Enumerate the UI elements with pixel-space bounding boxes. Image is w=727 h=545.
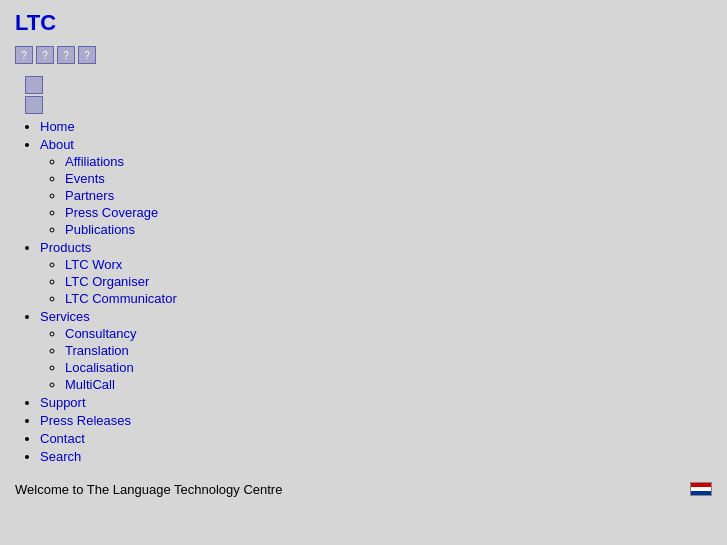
nav-subitem-events: Events (65, 171, 712, 186)
nav-item-contact: Contact (40, 431, 712, 446)
nav-link-search[interactable]: Search (40, 449, 81, 464)
nav-submenu-about: Affiliations Events Partners Press Cover… (40, 154, 712, 237)
nav-link-contact[interactable]: Contact (40, 431, 85, 446)
nav-item-home: Home (40, 119, 712, 134)
toolbar-icon-4[interactable]: ? (78, 46, 96, 64)
nav-link-multicall[interactable]: MultiCall (65, 377, 115, 392)
nav-item-press-releases: Press Releases (40, 413, 712, 428)
nav-subitem-press-coverage: Press Coverage (65, 205, 712, 220)
nav-icon-1[interactable] (25, 76, 43, 94)
toolbar-icon-2[interactable]: ? (36, 46, 54, 64)
nav-container: Home About Affiliations Events Partners … (0, 69, 727, 472)
nav-link-publications[interactable]: Publications (65, 222, 135, 237)
nav-subitem-ltc-communicator: LTC Communicator (65, 291, 712, 306)
nav-link-ltc-organiser[interactable]: LTC Organiser (65, 274, 149, 289)
nav-link-partners[interactable]: Partners (65, 188, 114, 203)
nav-link-press-coverage[interactable]: Press Coverage (65, 205, 158, 220)
nav-link-press-releases[interactable]: Press Releases (40, 413, 131, 428)
nav-link-about[interactable]: About (40, 137, 74, 152)
nav-subitem-consultancy: Consultancy (65, 326, 712, 341)
nav-subitem-localisation: Localisation (65, 360, 712, 375)
nav-subitem-ltc-worx: LTC Worx (65, 257, 712, 272)
language-flag-icon[interactable] (690, 482, 712, 496)
nav-submenu-products: LTC Worx LTC Organiser LTC Communicator (40, 257, 712, 306)
nav-link-ltc-communicator[interactable]: LTC Communicator (65, 291, 177, 306)
toolbar-icon-3[interactable]: ? (57, 46, 75, 64)
nav-subitem-partners: Partners (65, 188, 712, 203)
nav-submenu-services: Consultancy Translation Localisation Mul… (40, 326, 712, 392)
nav-item-search: Search (40, 449, 712, 464)
nav-subitem-multicall: MultiCall (65, 377, 712, 392)
nav-subitem-translation: Translation (65, 343, 712, 358)
nav-link-translation[interactable]: Translation (65, 343, 129, 358)
site-logo-link[interactable]: LTC (15, 10, 56, 35)
nav-link-ltc-worx[interactable]: LTC Worx (65, 257, 122, 272)
toolbar-icon-1[interactable]: ? (15, 46, 33, 64)
nav-link-affiliations[interactable]: Affiliations (65, 154, 124, 169)
nav-icon-row-1 (15, 76, 712, 94)
nav-item-about: About Affiliations Events Partners Press… (40, 137, 712, 237)
nav-link-localisation[interactable]: Localisation (65, 360, 134, 375)
site-title: LTC (0, 0, 727, 41)
nav-item-support: Support (40, 395, 712, 410)
nav-link-products[interactable]: Products (40, 240, 91, 255)
nav-item-products: Products LTC Worx LTC Organiser LTC Comm… (40, 240, 712, 306)
nav-link-services[interactable]: Services (40, 309, 90, 324)
nav-link-events[interactable]: Events (65, 171, 105, 186)
main-nav: Home About Affiliations Events Partners … (15, 119, 712, 464)
nav-icon-row-2 (15, 96, 712, 114)
nav-link-support[interactable]: Support (40, 395, 86, 410)
toolbar: ? ? ? ? (0, 41, 727, 69)
nav-subitem-ltc-organiser: LTC Organiser (65, 274, 712, 289)
nav-link-home[interactable]: Home (40, 119, 75, 134)
nav-subitem-affiliations: Affiliations (65, 154, 712, 169)
welcome-text: Welcome to The Language Technology Centr… (15, 482, 282, 497)
nav-link-consultancy[interactable]: Consultancy (65, 326, 137, 341)
nav-subitem-publications: Publications (65, 222, 712, 237)
content-area: Welcome to The Language Technology Centr… (0, 472, 727, 507)
nav-item-services: Services Consultancy Translation Localis… (40, 309, 712, 392)
nav-icon-2[interactable] (25, 96, 43, 114)
